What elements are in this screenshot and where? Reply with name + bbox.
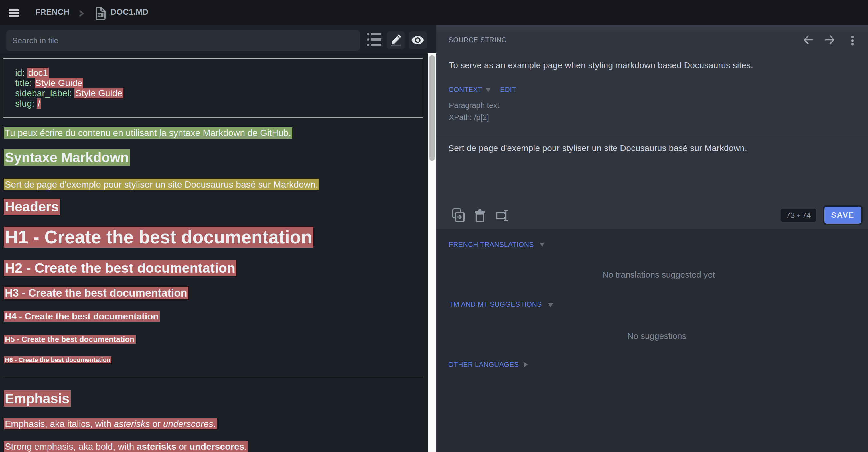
svg-text:M: M [98,13,101,17]
svg-text:↓: ↓ [101,13,103,17]
